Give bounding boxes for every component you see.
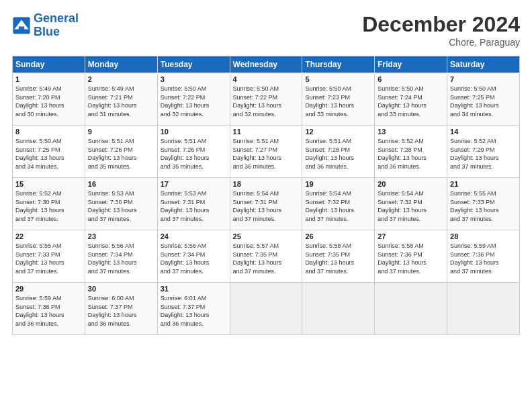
list-item: 29Sunrise: 5:59 AMSunset: 7:36 PMDayligh… bbox=[13, 283, 85, 335]
day-number: 22 bbox=[15, 232, 82, 240]
list-item: 26Sunrise: 5:58 AMSunset: 7:35 PMDayligh… bbox=[302, 230, 375, 283]
list-item: 22Sunrise: 5:55 AMSunset: 7:33 PMDayligh… bbox=[13, 230, 85, 283]
col-friday: Friday bbox=[375, 56, 447, 73]
logo-general: General bbox=[34, 11, 79, 25]
calendar-table: Sunday Monday Tuesday Wednesday Thursday… bbox=[12, 56, 520, 335]
location: Chore, Paraguay bbox=[362, 37, 520, 48]
day-number: 31 bbox=[161, 285, 227, 293]
day-info: Sunrise: 5:53 AMSunset: 7:30 PMDaylight:… bbox=[88, 189, 154, 223]
header-row: Sunday Monday Tuesday Wednesday Thursday… bbox=[13, 56, 520, 73]
list-item: 5Sunrise: 5:50 AMSunset: 7:23 PMDaylight… bbox=[302, 73, 375, 126]
logo-icon bbox=[12, 16, 31, 35]
list-item: 3Sunrise: 5:50 AMSunset: 7:22 PMDaylight… bbox=[157, 73, 230, 126]
day-info: Sunrise: 5:50 AMSunset: 7:22 PMDaylight:… bbox=[161, 85, 227, 118]
day-number: 3 bbox=[161, 75, 227, 83]
col-wednesday: Wednesday bbox=[230, 56, 302, 73]
day-number: 10 bbox=[161, 128, 227, 136]
day-info: Sunrise: 5:54 AMSunset: 7:32 PMDaylight:… bbox=[378, 189, 444, 223]
day-info: Sunrise: 5:51 AMSunset: 7:26 PMDaylight:… bbox=[88, 137, 154, 171]
day-number: 14 bbox=[450, 128, 517, 136]
day-number: 29 bbox=[15, 285, 82, 293]
day-number: 20 bbox=[378, 180, 444, 188]
day-info: Sunrise: 5:52 AMSunset: 7:29 PMDaylight:… bbox=[450, 137, 517, 171]
table-row: 8Sunrise: 5:50 AMSunset: 7:25 PMDaylight… bbox=[13, 126, 520, 178]
day-number: 25 bbox=[233, 232, 300, 240]
list-item: 23Sunrise: 5:56 AMSunset: 7:34 PMDayligh… bbox=[85, 230, 157, 283]
calendar-container: General Blue December 2024 Chore, Paragu… bbox=[0, 0, 532, 342]
list-item: 12Sunrise: 5:51 AMSunset: 7:28 PMDayligh… bbox=[302, 126, 375, 178]
day-info: Sunrise: 5:55 AMSunset: 7:33 PMDaylight:… bbox=[15, 242, 82, 275]
table-row: 1Sunrise: 5:49 AMSunset: 7:20 PMDaylight… bbox=[13, 73, 520, 126]
day-info: Sunrise: 5:55 AMSunset: 7:33 PMDaylight:… bbox=[450, 189, 517, 223]
list-item: 30Sunrise: 6:00 AMSunset: 7:37 PMDayligh… bbox=[85, 283, 157, 335]
day-number: 7 bbox=[450, 75, 517, 83]
day-info: Sunrise: 5:58 AMSunset: 7:36 PMDaylight:… bbox=[378, 242, 444, 275]
day-info: Sunrise: 5:54 AMSunset: 7:32 PMDaylight:… bbox=[305, 189, 371, 223]
list-item: 18Sunrise: 5:54 AMSunset: 7:31 PMDayligh… bbox=[230, 178, 302, 230]
calendar-body: 1Sunrise: 5:49 AMSunset: 7:20 PMDaylight… bbox=[13, 73, 520, 335]
day-info: Sunrise: 5:50 AMSunset: 7:23 PMDaylight:… bbox=[305, 85, 371, 118]
col-sunday: Sunday bbox=[13, 56, 85, 73]
day-number: 8 bbox=[15, 128, 82, 136]
list-item: 8Sunrise: 5:50 AMSunset: 7:25 PMDaylight… bbox=[13, 126, 85, 178]
list-item bbox=[375, 283, 447, 335]
day-number: 13 bbox=[378, 128, 444, 136]
day-info: Sunrise: 5:50 AMSunset: 7:25 PMDaylight:… bbox=[450, 85, 517, 118]
day-info: Sunrise: 6:01 AMSunset: 7:37 PMDaylight:… bbox=[161, 294, 227, 328]
day-info: Sunrise: 5:51 AMSunset: 7:27 PMDaylight:… bbox=[233, 137, 300, 171]
day-number: 16 bbox=[88, 180, 154, 188]
day-info: Sunrise: 5:59 AMSunset: 7:36 PMDaylight:… bbox=[15, 294, 82, 328]
col-thursday: Thursday bbox=[302, 56, 375, 73]
list-item: 15Sunrise: 5:52 AMSunset: 7:30 PMDayligh… bbox=[13, 178, 85, 230]
list-item: 16Sunrise: 5:53 AMSunset: 7:30 PMDayligh… bbox=[85, 178, 157, 230]
list-item bbox=[447, 283, 520, 335]
list-item: 9Sunrise: 5:51 AMSunset: 7:26 PMDaylight… bbox=[85, 126, 157, 178]
day-number: 17 bbox=[161, 180, 227, 188]
list-item: 14Sunrise: 5:52 AMSunset: 7:29 PMDayligh… bbox=[447, 126, 520, 178]
day-info: Sunrise: 5:54 AMSunset: 7:31 PMDaylight:… bbox=[233, 189, 300, 223]
list-item bbox=[230, 283, 302, 335]
col-tuesday: Tuesday bbox=[157, 56, 230, 73]
day-info: Sunrise: 5:52 AMSunset: 7:28 PMDaylight:… bbox=[378, 137, 444, 171]
table-row: 22Sunrise: 5:55 AMSunset: 7:33 PMDayligh… bbox=[13, 230, 520, 283]
list-item: 28Sunrise: 5:59 AMSunset: 7:36 PMDayligh… bbox=[447, 230, 520, 283]
list-item: 19Sunrise: 5:54 AMSunset: 7:32 PMDayligh… bbox=[302, 178, 375, 230]
list-item: 31Sunrise: 6:01 AMSunset: 7:37 PMDayligh… bbox=[157, 283, 230, 335]
logo-blue: Blue bbox=[34, 26, 79, 39]
list-item: 20Sunrise: 5:54 AMSunset: 7:32 PMDayligh… bbox=[375, 178, 447, 230]
day-number: 9 bbox=[88, 128, 154, 136]
day-number: 6 bbox=[378, 75, 444, 83]
col-monday: Monday bbox=[85, 56, 157, 73]
list-item: 27Sunrise: 5:58 AMSunset: 7:36 PMDayligh… bbox=[375, 230, 447, 283]
list-item: 4Sunrise: 5:50 AMSunset: 7:22 PMDaylight… bbox=[230, 73, 302, 126]
day-info: Sunrise: 5:51 AMSunset: 7:28 PMDaylight:… bbox=[305, 137, 371, 171]
logo-text: General Blue bbox=[34, 12, 79, 39]
list-item: 7Sunrise: 5:50 AMSunset: 7:25 PMDaylight… bbox=[447, 73, 520, 126]
day-info: Sunrise: 5:50 AMSunset: 7:22 PMDaylight:… bbox=[233, 85, 300, 118]
day-number: 30 bbox=[88, 285, 154, 293]
day-number: 19 bbox=[305, 180, 371, 188]
list-item: 13Sunrise: 5:52 AMSunset: 7:28 PMDayligh… bbox=[375, 126, 447, 178]
table-row: 15Sunrise: 5:52 AMSunset: 7:30 PMDayligh… bbox=[13, 178, 520, 230]
day-number: 5 bbox=[305, 75, 371, 83]
day-number: 21 bbox=[450, 180, 517, 188]
day-info: Sunrise: 5:56 AMSunset: 7:34 PMDaylight:… bbox=[161, 242, 227, 275]
list-item: 10Sunrise: 5:51 AMSunset: 7:26 PMDayligh… bbox=[157, 126, 230, 178]
list-item: 2Sunrise: 5:49 AMSunset: 7:21 PMDaylight… bbox=[85, 73, 157, 126]
day-info: Sunrise: 5:50 AMSunset: 7:25 PMDaylight:… bbox=[15, 137, 82, 171]
day-info: Sunrise: 5:51 AMSunset: 7:26 PMDaylight:… bbox=[161, 137, 227, 171]
day-info: Sunrise: 5:59 AMSunset: 7:36 PMDaylight:… bbox=[450, 242, 517, 275]
header: General Blue December 2024 Chore, Paragu… bbox=[12, 12, 520, 48]
day-number: 28 bbox=[450, 232, 517, 240]
day-number: 18 bbox=[233, 180, 300, 188]
list-item: 21Sunrise: 5:55 AMSunset: 7:33 PMDayligh… bbox=[447, 178, 520, 230]
day-number: 4 bbox=[233, 75, 300, 83]
day-info: Sunrise: 5:49 AMSunset: 7:20 PMDaylight:… bbox=[15, 85, 82, 118]
list-item: 24Sunrise: 5:56 AMSunset: 7:34 PMDayligh… bbox=[157, 230, 230, 283]
day-info: Sunrise: 5:53 AMSunset: 7:31 PMDaylight:… bbox=[161, 189, 227, 223]
day-number: 11 bbox=[233, 128, 300, 136]
table-row: 29Sunrise: 5:59 AMSunset: 7:36 PMDayligh… bbox=[13, 283, 520, 335]
list-item: 6Sunrise: 5:50 AMSunset: 7:24 PMDaylight… bbox=[375, 73, 447, 126]
logo: General Blue bbox=[12, 12, 79, 39]
title-block: December 2024 Chore, Paraguay bbox=[362, 12, 520, 48]
